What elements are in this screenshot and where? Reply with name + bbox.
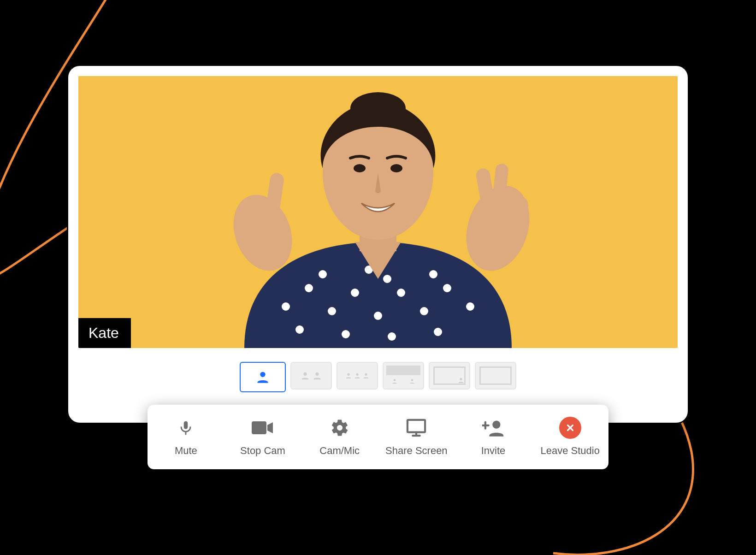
svg-point-33 [356, 373, 358, 376]
svg-point-19 [350, 92, 406, 124]
svg-point-4 [374, 312, 382, 320]
svg-point-20 [354, 164, 366, 172]
svg-point-32 [347, 373, 349, 376]
svg-point-16 [383, 275, 391, 283]
layout-tile-solo[interactable] [240, 362, 286, 392]
svg-point-8 [466, 302, 474, 311]
svg-point-5 [397, 289, 405, 297]
share-screen-label: Share Screen [385, 445, 448, 457]
layout-tile-pip[interactable] [429, 362, 470, 390]
close-icon [559, 417, 581, 438]
person-icon [362, 372, 370, 379]
participant-name-tag: Kate [78, 318, 131, 348]
microphone-icon [178, 417, 194, 438]
svg-rect-40 [252, 421, 266, 434]
svg-point-21 [390, 164, 402, 172]
svg-point-1 [305, 284, 313, 292]
control-toolbar: Mute Stop Cam Cam/Mic Share Screen [148, 405, 608, 469]
monitor-icon [406, 417, 427, 438]
svg-rect-41 [408, 420, 425, 432]
gear-icon [330, 417, 349, 438]
svg-point-10 [342, 330, 350, 338]
svg-point-37 [460, 378, 462, 380]
layout-tile-grid4[interactable] [383, 362, 424, 390]
camera-icon [252, 417, 274, 438]
leave-studio-button[interactable]: Leave Studio [532, 405, 608, 469]
add-person-icon [482, 417, 504, 438]
invite-button[interactable]: Invite [455, 405, 532, 469]
two-people-icon [312, 371, 322, 381]
person-icon [457, 377, 465, 384]
svg-point-3 [351, 289, 359, 297]
cam-mic-label: Cam/Mic [319, 445, 360, 457]
person-icon [345, 372, 352, 379]
person-icon [409, 378, 415, 384]
svg-point-7 [443, 284, 451, 292]
participant-video-placeholder [171, 76, 585, 348]
person-icon [391, 378, 398, 384]
video-stage: Kate [78, 76, 678, 348]
stop-cam-button[interactable]: Stop Cam [224, 405, 301, 469]
invite-label: Invite [481, 445, 506, 457]
svg-point-31 [315, 372, 319, 376]
leave-label: Leave Studio [540, 445, 599, 457]
layout-tile-grid3[interactable] [337, 362, 378, 390]
svg-point-2 [328, 307, 336, 315]
svg-point-36 [411, 379, 413, 381]
layout-tile-screen[interactable] [475, 362, 516, 390]
svg-point-6 [420, 307, 428, 315]
svg-rect-38 [184, 421, 188, 429]
studio-window: Kate [67, 65, 689, 424]
stop-cam-label: Stop Cam [240, 445, 285, 457]
mute-button[interactable]: Mute [148, 405, 224, 469]
svg-point-44 [492, 421, 500, 429]
svg-point-12 [434, 328, 442, 336]
person-icon [354, 372, 361, 379]
two-people-icon [300, 371, 310, 381]
layout-tile-duo[interactable] [290, 362, 332, 390]
svg-point-30 [303, 372, 307, 376]
person-icon [255, 369, 271, 385]
share-screen-button[interactable]: Share Screen [378, 405, 455, 469]
svg-point-29 [260, 372, 265, 377]
mute-label: Mute [175, 445, 197, 457]
svg-point-0 [282, 302, 290, 311]
svg-point-9 [295, 325, 304, 334]
layout-selector [240, 362, 516, 392]
svg-point-34 [365, 373, 367, 376]
svg-point-11 [388, 332, 396, 341]
svg-point-14 [429, 270, 437, 278]
svg-point-35 [393, 379, 396, 381]
cam-mic-button[interactable]: Cam/Mic [301, 405, 378, 469]
svg-point-13 [319, 270, 327, 278]
participant-name-label: Kate [89, 325, 119, 341]
